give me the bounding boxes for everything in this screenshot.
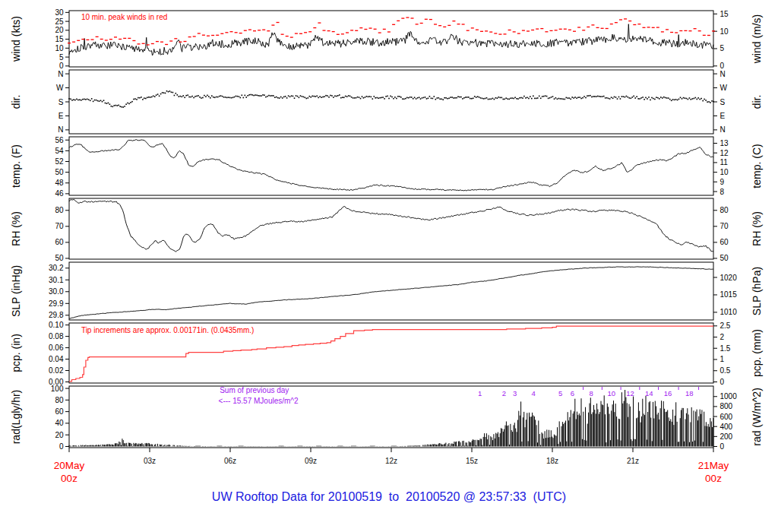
data-dot bbox=[614, 97, 615, 98]
data-dot bbox=[644, 99, 645, 100]
data-dot bbox=[134, 98, 136, 100]
panel-rh: 5060708050607080RH (%)RH (%) bbox=[10, 198, 763, 262]
data-dot bbox=[293, 96, 294, 97]
data-dot bbox=[71, 100, 73, 101]
y-tick-label-right: 13 bbox=[720, 139, 729, 147]
data-dot bbox=[612, 98, 614, 100]
data-dot bbox=[451, 97, 453, 98]
data-dot bbox=[210, 97, 211, 99]
data-dot bbox=[710, 102, 711, 103]
data-dot bbox=[426, 98, 428, 100]
data-dot bbox=[99, 100, 100, 102]
data-dot bbox=[308, 97, 309, 99]
data-dot bbox=[431, 98, 432, 100]
data-dot bbox=[704, 99, 705, 100]
data-dot bbox=[694, 98, 695, 100]
data-dot bbox=[495, 97, 497, 99]
data-dot bbox=[363, 97, 365, 99]
data-dot bbox=[285, 96, 286, 97]
data-dot bbox=[207, 95, 208, 97]
data-dot bbox=[122, 106, 124, 108]
annotation-rad: Sum of previous day bbox=[220, 386, 289, 394]
data-dot bbox=[73, 99, 74, 100]
rad-mj-counter-label: 2 bbox=[502, 389, 506, 397]
data-dot bbox=[82, 99, 84, 100]
data-dot bbox=[632, 97, 634, 98]
data-dot bbox=[384, 98, 385, 100]
data-dot bbox=[232, 97, 234, 99]
y-tick-label-right: 10 bbox=[720, 27, 729, 36]
data-dot bbox=[349, 96, 351, 97]
data-dot bbox=[182, 97, 183, 98]
data-dot bbox=[587, 95, 588, 97]
data-dot bbox=[87, 99, 88, 100]
data-dot bbox=[429, 96, 431, 97]
data-dot bbox=[486, 97, 488, 99]
data-dot bbox=[419, 97, 420, 98]
y-tick-label-right: 10 bbox=[720, 168, 729, 176]
data-dot bbox=[259, 95, 261, 97]
data-dot bbox=[527, 97, 528, 99]
data-dot bbox=[561, 98, 563, 100]
data-dot bbox=[379, 97, 381, 99]
panel-pcp: 0.000.020.040.060.080.1000.511.522.5pcp.… bbox=[10, 321, 763, 386]
data-dot bbox=[665, 97, 666, 99]
data-dot bbox=[322, 97, 324, 98]
data-dot bbox=[102, 101, 103, 103]
data-dot bbox=[501, 97, 503, 99]
x-end-date: 21May bbox=[698, 460, 729, 471]
data-dot bbox=[557, 99, 558, 100]
data-dot bbox=[97, 100, 99, 102]
data-dot bbox=[485, 98, 486, 100]
data-dot bbox=[403, 99, 405, 100]
data-dot bbox=[139, 97, 141, 99]
data-dot bbox=[270, 95, 271, 97]
y-tick-label-right: 800 bbox=[720, 402, 733, 410]
rad-mj-counter-label: 18 bbox=[685, 389, 694, 397]
data-dot bbox=[434, 96, 435, 97]
data-dot bbox=[343, 97, 345, 99]
data-dot bbox=[606, 97, 608, 99]
data-dot bbox=[362, 96, 363, 97]
data-dot bbox=[600, 96, 602, 97]
data-dot bbox=[516, 98, 517, 100]
data-dot bbox=[376, 97, 378, 99]
y-tick-label-right: 60 bbox=[720, 238, 729, 246]
data-dot bbox=[336, 96, 337, 97]
data-dot bbox=[353, 97, 354, 99]
data-dot bbox=[707, 101, 708, 103]
data-dot bbox=[466, 97, 468, 98]
data-dot bbox=[119, 106, 121, 107]
data-dot bbox=[637, 98, 639, 100]
y-tick-label-left: 0.08 bbox=[49, 332, 64, 340]
data-dot bbox=[111, 106, 112, 107]
panel-dir: NWSENNWSENdir.dir. bbox=[10, 70, 763, 135]
y-tick-label-left: 100 bbox=[51, 385, 64, 393]
data-dot bbox=[522, 97, 523, 99]
data-dot bbox=[93, 101, 94, 103]
data-dot bbox=[393, 98, 394, 100]
data-dot bbox=[563, 99, 565, 100]
x-axis: 03z06z09z12z15z18z21z20May00z21May00z bbox=[54, 448, 729, 484]
x-tick-label: 15z bbox=[466, 457, 478, 465]
data-dot bbox=[261, 95, 262, 97]
data-dot bbox=[247, 95, 248, 97]
data-dot bbox=[74, 100, 76, 101]
data-dot bbox=[172, 92, 174, 93]
data-dot bbox=[645, 97, 647, 99]
data-dot bbox=[194, 96, 196, 97]
data-dot bbox=[656, 97, 657, 98]
data-dot bbox=[185, 95, 187, 97]
y-tick-label-left: W bbox=[56, 84, 64, 92]
data-dot bbox=[471, 98, 473, 100]
data-dot bbox=[546, 96, 548, 97]
data-dot bbox=[640, 97, 642, 99]
data-dot bbox=[492, 98, 494, 100]
data-dot bbox=[405, 98, 406, 100]
data-dot bbox=[114, 105, 115, 106]
data-dot bbox=[296, 95, 297, 97]
data-dot bbox=[279, 97, 280, 99]
data-dot bbox=[523, 96, 525, 97]
data-dot bbox=[609, 98, 611, 100]
y-tick-label-left: 60 bbox=[55, 238, 64, 246]
